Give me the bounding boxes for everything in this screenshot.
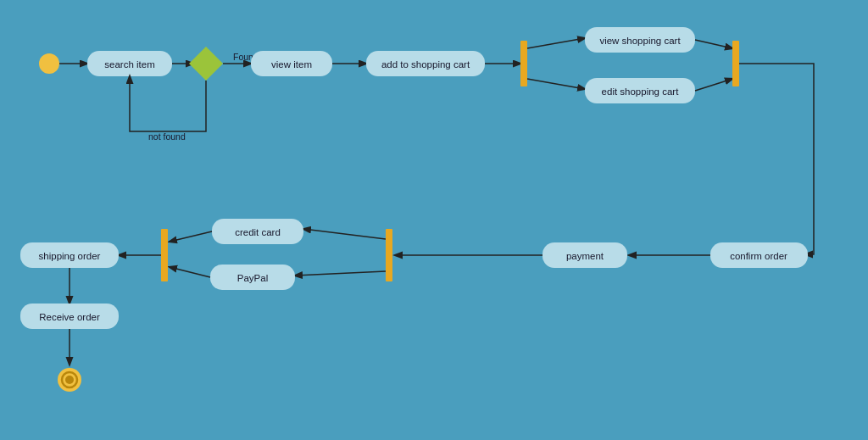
edge-paypal-join2: [170, 267, 210, 277]
found-diamond: [189, 47, 223, 81]
fork1-bar: [520, 41, 527, 86]
fork2-bar: [386, 229, 392, 281]
edge-fork2-paypal: [295, 271, 386, 276]
edge-viewcart-join1: [695, 40, 732, 48]
diagram-svg: search item Found view item add to shopp…: [0, 0, 868, 440]
credit-card-label: credit card: [235, 227, 281, 237]
shipping-order-label: shipping order: [39, 251, 101, 261]
paypal-label: PayPal: [237, 273, 268, 283]
edge-fork1-editcart: [527, 79, 585, 89]
add-cart-label: add to shopping cart: [381, 59, 470, 70]
edge-fork2-creditcard: [303, 229, 386, 239]
edge-join1-confirmorder: [739, 64, 814, 254]
join1-bar: [732, 41, 739, 86]
join2-bar: [161, 229, 168, 281]
edge-notfound-loop: [130, 76, 206, 131]
view-item-label: view item: [271, 59, 312, 70]
search-item-label: search item: [104, 59, 154, 70]
diagram-container: search item Found view item add to shopp…: [0, 0, 868, 440]
confirm-order-label: confirm order: [730, 251, 787, 261]
end-node-center: [65, 376, 74, 384]
not-found-label: not found: [148, 131, 186, 142]
edit-cart-label: edit shopping cart: [602, 86, 680, 97]
payment-label: payment: [566, 251, 604, 261]
edge-fork1-viewcart: [527, 38, 585, 48]
edge-creditcard-join2: [170, 231, 212, 242]
start-node: [39, 53, 59, 74]
view-cart-label: view shopping cart: [599, 36, 681, 46]
edge-editcart-join1: [695, 79, 732, 91]
receive-order-label: Receive order: [39, 312, 100, 322]
